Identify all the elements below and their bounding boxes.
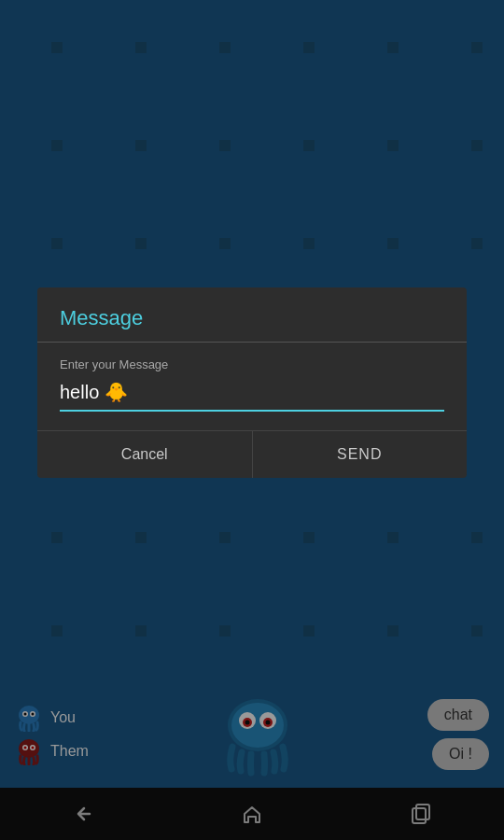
input-label: Enter your Message <box>60 357 444 371</box>
dialog-overlay: Message Enter your Message Cancel SEND <box>0 0 504 840</box>
dialog-actions: Cancel SEND <box>37 430 467 478</box>
dialog-title: Message <box>37 287 467 343</box>
dialog-body: Enter your Message <box>37 343 467 412</box>
message-input[interactable] <box>60 377 444 412</box>
cancel-button[interactable]: Cancel <box>37 431 253 478</box>
message-dialog: Message Enter your Message Cancel SEND <box>37 287 467 478</box>
send-button[interactable]: SEND <box>253 431 468 478</box>
